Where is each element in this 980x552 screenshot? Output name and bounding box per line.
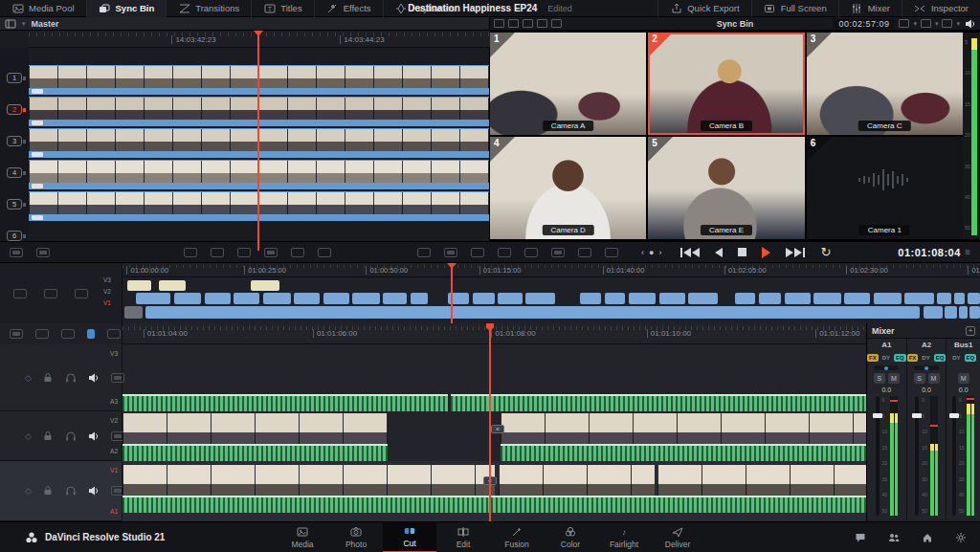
detail-ruler[interactable]: 01:01:04:0001:01:06:0001:01:08:0001:01:1…: [122, 323, 866, 344]
stack-timeline-icon[interactable]: [13, 289, 27, 298]
project-settings-icon[interactable]: [954, 531, 967, 543]
detail-playhead[interactable]: [489, 323, 491, 521]
tab-color[interactable]: Color: [544, 522, 597, 552]
camera-strip-badge-5[interactable]: 5: [7, 199, 22, 210]
multicam-tile-camera-b-selected[interactable]: 2 Camera B: [648, 33, 804, 135]
multicam-tile-camera-a[interactable]: 1 Camera A: [490, 33, 646, 135]
flag-icon[interactable]: [524, 248, 538, 257]
grid-view-icon[interactable]: [537, 19, 547, 28]
mixer-button[interactable]: Mixer: [838, 0, 902, 17]
speaker-icon[interactable]: [88, 485, 100, 497]
stop-button[interactable]: [738, 248, 746, 256]
overview-ruler[interactable]: 01:00:00:0001:00:25:0001:00:50:0001:01:1…: [122, 263, 980, 277]
auto-select-icon[interactable]: ◇: [25, 486, 32, 496]
multicam-tile-camera-d[interactable]: 4 Camera D: [490, 137, 646, 239]
effects-button[interactable]: Effects: [315, 0, 384, 17]
solo-button[interactable]: S: [874, 373, 885, 384]
marker-icon[interactable]: [87, 329, 95, 339]
trim-mode-icon[interactable]: [35, 329, 49, 339]
master-playhead[interactable]: [257, 31, 259, 251]
transform-icon[interactable]: [942, 19, 952, 28]
overview-track-v2[interactable]: [122, 293, 980, 304]
inspector-button[interactable]: Inspector: [902, 0, 980, 17]
auto-select-icon[interactable]: ◇: [25, 431, 32, 441]
speaker-icon[interactable]: [88, 430, 100, 442]
sync-bin-button[interactable]: Sync Bin: [87, 0, 167, 17]
fx-chip[interactable]: FX: [907, 354, 919, 362]
multicam-layout-icon[interactable]: [471, 248, 484, 257]
layers-icon[interactable]: [921, 19, 931, 28]
headphones-icon[interactable]: [65, 430, 78, 442]
transitions-button[interactable]: Transitions: [167, 0, 252, 17]
collaboration-icon[interactable]: [887, 531, 900, 543]
audio-track-a3[interactable]: [122, 394, 866, 411]
roll-edit-icon[interactable]: [237, 248, 251, 257]
lock-icon[interactable]: [42, 430, 55, 442]
split-clip-icon[interactable]: [10, 248, 23, 257]
camera-strip-badge-1[interactable]: 1: [7, 73, 22, 83]
overview-playhead[interactable]: [451, 263, 453, 323]
tab-edit[interactable]: Edit: [436, 522, 490, 552]
trim-in-icon[interactable]: [184, 248, 197, 257]
multicam-cut-icon[interactable]: [10, 329, 23, 339]
tab-photo[interactable]: Photo: [329, 522, 383, 552]
viewer-tool-icon-2[interactable]: [508, 19, 519, 28]
picture-in-picture-icon[interactable]: [444, 248, 457, 257]
chevron-down-icon[interactable]: ▾: [22, 20, 26, 28]
tab-cut[interactable]: Cut: [383, 522, 436, 552]
fader-track[interactable]: [876, 396, 880, 516]
camera-strip-badge-4[interactable]: 4: [7, 167, 22, 178]
tab-fusion[interactable]: Fusion: [490, 522, 544, 552]
loop-playback-icon[interactable]: ↻: [820, 245, 831, 259]
eq-chip[interactable]: EQ: [894, 354, 906, 362]
insert-clip-icon[interactable]: [605, 248, 618, 257]
dynamics-chip[interactable]: DY: [880, 354, 892, 362]
jog-control[interactable]: ‹●›: [641, 248, 661, 257]
headphones-icon[interactable]: [65, 485, 78, 497]
aspect-icon[interactable]: [899, 19, 909, 28]
dynamics-chip[interactable]: DY: [950, 354, 962, 362]
viewer-tool-icon-1[interactable]: [494, 19, 504, 28]
auto-select-icon[interactable]: ◇: [25, 373, 32, 383]
match-frame-icon[interactable]: [551, 248, 565, 257]
camera-icon[interactable]: [75, 289, 88, 298]
solo-button[interactable]: S: [914, 373, 925, 384]
fader-handle[interactable]: [912, 413, 922, 418]
transition-marker[interactable]: «: [491, 425, 504, 433]
overview-track-v3[interactable]: [122, 280, 980, 291]
fader-track[interactable]: [915, 396, 919, 516]
pan-slider[interactable]: [914, 365, 939, 370]
slip-edit-icon[interactable]: [264, 248, 278, 257]
timeline-options-menu-icon[interactable]: ≡: [965, 247, 970, 257]
track-header-v1-a1[interactable]: ◇ V1 A1: [0, 461, 122, 521]
expand-mixer-icon[interactable]: +: [966, 326, 975, 336]
fx-chip[interactable]: FX: [867, 354, 879, 362]
tab-media[interactable]: Media: [276, 522, 329, 552]
trim-out-icon[interactable]: [211, 248, 224, 257]
media-pool-button[interactable]: Media Pool: [0, 0, 87, 17]
tab-fairlight[interactable]: ♪ Fairlight: [597, 522, 651, 552]
pan-slider[interactable]: [874, 365, 899, 370]
speaker-icon[interactable]: [964, 17, 976, 30]
play-button[interactable]: [762, 247, 770, 258]
eq-chip[interactable]: EQ: [934, 354, 947, 362]
dynamics-chip[interactable]: DY: [920, 354, 931, 362]
viewer-mode-icon[interactable]: [4, 17, 16, 30]
overview-track-v1[interactable]: [122, 306, 980, 319]
go-to-end-button[interactable]: [786, 248, 805, 257]
track-header-v2-a2[interactable]: ◇ V2 A2: [0, 411, 122, 461]
full-screen-button[interactable]: Full Screen: [751, 0, 838, 17]
snapping-icon[interactable]: [107, 329, 121, 339]
mute-button[interactable]: M: [958, 373, 969, 384]
audio-track-a2[interactable]: [122, 444, 866, 461]
transition-tool-icon[interactable]: [318, 248, 331, 257]
camera-strip-badge-2[interactable]: 2: [7, 104, 22, 115]
mute-button[interactable]: M: [888, 373, 900, 384]
split-audio-icon[interactable]: [36, 248, 50, 257]
fader-handle[interactable]: [949, 413, 959, 418]
comments-icon[interactable]: [854, 531, 866, 543]
multicam-tile-camera-e[interactable]: 5 Camera E: [648, 137, 804, 239]
project-manager-icon[interactable]: [921, 531, 933, 543]
fader-handle[interactable]: [873, 413, 882, 418]
multicam-tile-camera-c[interactable]: 3 Camera C: [807, 33, 963, 135]
